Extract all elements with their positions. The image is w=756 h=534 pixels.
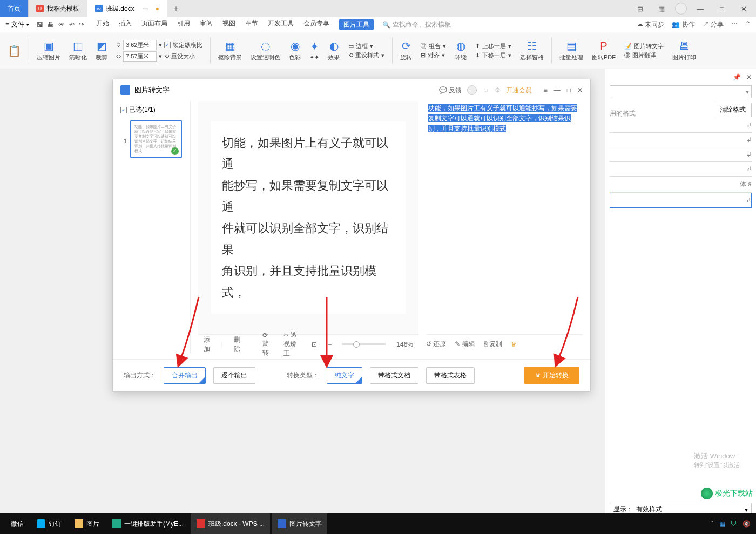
- taskbar-helper[interactable]: 一键排版助手(MyE...: [107, 513, 189, 534]
- menu-image-tools[interactable]: 图片工具: [339, 19, 374, 30]
- ribbon-removebg[interactable]: ▦抠除背景: [215, 39, 245, 62]
- tray-app-icon[interactable]: ▦: [719, 520, 725, 528]
- format-doc-option[interactable]: 带格式文档: [370, 367, 418, 384]
- start-convert-button[interactable]: ♛ 开始转换: [524, 367, 579, 384]
- ribbon-clarity[interactable]: ◫清晰化: [66, 39, 90, 62]
- menu-view[interactable]: 视图: [222, 19, 235, 30]
- style-line-3[interactable]: ↲: [610, 147, 752, 162]
- tab-home[interactable]: 首页: [0, 0, 29, 17]
- ribbon-crop[interactable]: ◩裁剪: [92, 39, 111, 62]
- fit-icon[interactable]: ⊡: [312, 341, 317, 348]
- pin-icon[interactable]: 📌: [733, 73, 741, 81]
- tab-document[interactable]: W 班级.docx ▭ ●: [87, 0, 167, 17]
- coop-button[interactable]: 👥 协作: [672, 20, 694, 29]
- dialog-minimize-button[interactable]: ―: [554, 86, 561, 94]
- tray-chevron-icon[interactable]: ˄: [711, 520, 714, 528]
- plain-text-option[interactable]: 纯文字: [327, 367, 362, 384]
- apps-icon[interactable]: ▦: [653, 2, 670, 16]
- ribbon-align[interactable]: ⊟对齐▾: [421, 51, 446, 59]
- undo-icon[interactable]: ↶: [69, 21, 75, 29]
- minimize-button[interactable]: ―: [692, 2, 708, 16]
- add-button[interactable]: 添加: [204, 335, 211, 354]
- menu-dev[interactable]: 开发工具: [268, 19, 294, 30]
- ribbon-effect[interactable]: ◐效果: [325, 39, 343, 62]
- menu-chapter[interactable]: 章节: [245, 19, 258, 30]
- menu-ref[interactable]: 引用: [177, 19, 190, 30]
- taskbar-pictures[interactable]: 图片: [69, 513, 105, 534]
- perspective-button[interactable]: ▱ 透视矫正: [284, 330, 301, 358]
- ribbon-translate[interactable]: ⓖ图片翻译: [624, 51, 664, 59]
- ribbon-pane[interactable]: ☷选择窗格: [517, 39, 547, 62]
- gear-icon[interactable]: ⚙: [495, 86, 501, 94]
- zoom-out-icon[interactable]: −: [328, 341, 332, 348]
- tab-readmode-icon[interactable]: ▭: [142, 5, 148, 12]
- ribbon-print[interactable]: 🖶图片打印: [669, 40, 699, 62]
- merge-output-option[interactable]: 合并输出: [164, 367, 206, 384]
- style-line-4[interactable]: ↲: [610, 162, 752, 177]
- reset-size-icon[interactable]: ⟲: [164, 53, 169, 60]
- result-text[interactable]: 功能，如果图片工有义子就可以通能抄写，如果需要复制文字可以通就可以识别全部文字，…: [426, 101, 583, 334]
- maximize-button[interactable]: □: [714, 2, 730, 16]
- file-menu[interactable]: ≡文件▾: [5, 20, 29, 29]
- format-table-option[interactable]: 带格式表格: [426, 367, 475, 384]
- rotate-button[interactable]: ⟳ 旋转: [262, 332, 273, 357]
- taskbar-ocr[interactable]: 图片转文字: [272, 513, 327, 534]
- zoom-slider[interactable]: [342, 343, 386, 345]
- taskbar-wps[interactable]: 班级.docx - WPS ...: [191, 513, 270, 534]
- more-icon[interactable]: ⋯: [731, 20, 738, 29]
- each-output-option[interactable]: 逐个输出: [213, 367, 255, 384]
- tray-shield-icon[interactable]: ⛉: [731, 520, 737, 528]
- ribbon-rotate[interactable]: ⟳旋转: [397, 39, 415, 62]
- style-line-5[interactable]: 体 a: [610, 177, 752, 193]
- ribbon-transparent[interactable]: ◌设置透明色: [247, 39, 284, 62]
- ribbon-compress[interactable]: ▣压缩图片: [33, 39, 64, 62]
- sync-button[interactable]: ☁ 未同步: [637, 20, 664, 29]
- menu-start[interactable]: 开始: [96, 19, 109, 30]
- avatar[interactable]: [675, 3, 687, 15]
- lock-ratio-checkbox[interactable]: [164, 42, 171, 48]
- appgrid-icon[interactable]: ⊞: [632, 2, 648, 16]
- menu-review[interactable]: 审阅: [200, 19, 213, 30]
- ribbon-up[interactable]: ⬆上移一层▾: [475, 42, 511, 50]
- feedback-link[interactable]: 💬 反馈: [439, 86, 462, 95]
- style-line-1[interactable]: ↲: [610, 118, 752, 133]
- clear-format-button[interactable]: 清除格式: [714, 103, 752, 117]
- select-all-checkbox[interactable]: [120, 107, 127, 113]
- ribbon-totext[interactable]: 📝图片转文字: [624, 42, 664, 50]
- ribbon-artistic[interactable]: ✦✦✦: [306, 40, 322, 61]
- preview-icon[interactable]: 👁: [58, 21, 65, 29]
- system-tray[interactable]: ˄ ▦ ⛉ 🔇: [711, 520, 751, 528]
- dialog-maximize-button[interactable]: □: [567, 86, 571, 94]
- ribbon-combine[interactable]: ⿻组合▾: [421, 42, 446, 50]
- save-icon[interactable]: 🖫: [37, 21, 43, 29]
- style-combo[interactable]: ▾: [610, 85, 752, 98]
- new-tab-button[interactable]: ＋: [167, 0, 185, 17]
- ribbon-border[interactable]: ▭边框▾: [348, 42, 384, 50]
- ribbon-down[interactable]: ⬇下移一层▾: [475, 51, 511, 59]
- edit-button[interactable]: ✎ 编辑: [455, 340, 475, 349]
- print-icon[interactable]: 🖶: [48, 21, 54, 29]
- menu-vip[interactable]: 会员专享: [303, 19, 329, 30]
- redo-icon[interactable]: ↷: [79, 21, 84, 29]
- restore-button[interactable]: ↺ 还原: [426, 340, 446, 349]
- close-panel-icon[interactable]: ✕: [746, 73, 752, 81]
- style-line-6[interactable]: ↲: [610, 193, 752, 208]
- tab-templates[interactable]: U 找稻壳模板: [29, 0, 87, 17]
- dialog-avatar[interactable]: [467, 85, 477, 95]
- command-search[interactable]: 🔍 查找命令、搜索模板: [382, 20, 451, 29]
- ribbon-batch[interactable]: ▤批量处理: [556, 39, 586, 62]
- collapse-ribbon-icon[interactable]: ⌃: [745, 20, 751, 29]
- style-line-2[interactable]: ↲: [610, 133, 752, 147]
- menu-insert[interactable]: 插入: [119, 19, 132, 30]
- dialog-close-button[interactable]: ✕: [577, 86, 583, 94]
- copy-button[interactable]: ⎘ 复制: [484, 340, 502, 349]
- ribbon-restyle[interactable]: ⟲重设样式▾: [348, 51, 384, 59]
- dialog-menu-icon[interactable]: ≡: [544, 86, 548, 94]
- share-button[interactable]: ↗ 分享: [703, 20, 724, 29]
- thumbnail-1[interactable]: 1 功能，如果图片工有义子就可以通能抄写，如果需要复制文字可以通就可以识别全部文…: [130, 120, 182, 158]
- ribbon-wrap[interactable]: ◍环绕: [451, 39, 470, 62]
- height-input[interactable]: 3.62厘米: [123, 40, 157, 50]
- smile-icon[interactable]: ☺: [482, 86, 489, 94]
- menu-layout[interactable]: 页面布局: [141, 19, 167, 30]
- taskbar-wechat[interactable]: 微信: [5, 513, 29, 534]
